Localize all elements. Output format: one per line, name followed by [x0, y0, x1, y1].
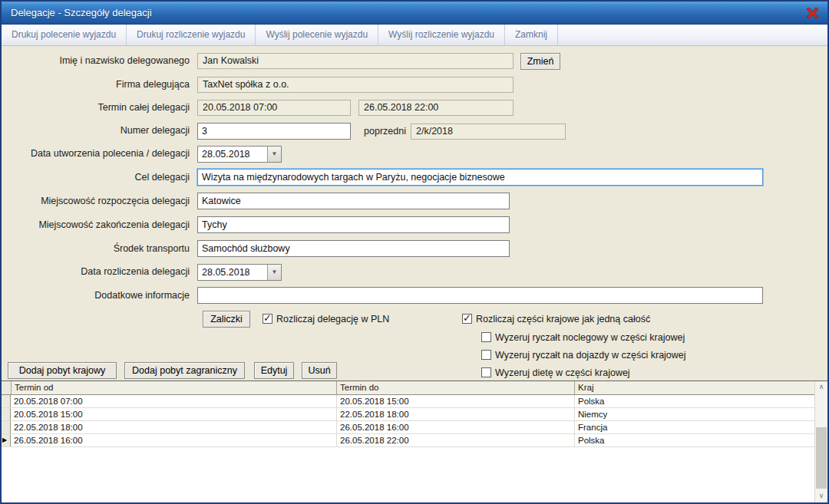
- row-selector[interactable]: [2, 395, 11, 407]
- chevron-down-icon[interactable]: ▼: [267, 147, 281, 162]
- cell-termin-od: 26.05.2018 16:00: [11, 434, 336, 446]
- row-selector-current[interactable]: [2, 434, 11, 446]
- toolbar-print-order-button[interactable]: Drukuj polecenie wyjazdu: [2, 25, 127, 45]
- toolbar-send-settlement-button[interactable]: Wyślij rozliczenie wyjazdu: [378, 25, 505, 45]
- start-city-label: Miejscowość rozpoczęcia delegacji: [2, 193, 190, 209]
- cell-termin-od: 22.05.2018 18:00: [11, 421, 336, 433]
- scroll-down-icon[interactable]: ∨: [815, 490, 827, 502]
- transport-label: Środek transportu: [2, 241, 190, 257]
- window-title: Delegacje - Szczegóły delegacji: [11, 2, 152, 24]
- zero-diet-checkbox-row: Wyzeruj dietę w części krajowej: [481, 367, 727, 379]
- scroll-up-icon[interactable]: ∧: [815, 381, 827, 394]
- table-header: Termin od Termin do Kraj: [2, 381, 827, 395]
- zero-lodging-checkbox-label: Wyzeruj ryczałt noclegowy w części krajo…: [495, 331, 685, 344]
- toolbar-close-button[interactable]: Zamknij: [505, 25, 558, 45]
- delegate-name-field: Jan Kowalski: [197, 53, 514, 69]
- row-selector[interactable]: [2, 421, 11, 433]
- zero-commute-checkbox-row: Wyzeruj ryczałt na dojazdy w części kraj…: [481, 349, 727, 361]
- zero-lodging-checkbox[interactable]: [481, 332, 491, 342]
- settlement-date-value: 28.05.2018: [202, 265, 250, 280]
- toolbar-send-order-button[interactable]: Wyślij polecenie wyjazdu: [256, 25, 378, 45]
- term-to-field: 26.05.2018 22:00: [358, 100, 514, 116]
- cell-kraj: Polska: [574, 434, 814, 446]
- creation-date-label: Data utworzenia polecenia / delegacji: [2, 146, 190, 162]
- delegation-details-window: Delegacje - Szczegóły delegacji Drukuj p…: [0, 0, 829, 504]
- cell-kraj: Niemcy: [574, 408, 814, 420]
- term-from-field: 20.05.2018 07:00: [197, 100, 351, 116]
- additional-info-label: Dodatkowe informacje: [2, 288, 190, 304]
- creation-date-value: 28.05.2018: [202, 147, 250, 162]
- change-delegate-button[interactable]: Zmień: [520, 53, 560, 70]
- column-header-termin-do[interactable]: Termin do: [336, 381, 574, 394]
- title-bar: Delegacje - Szczegóły delegacji: [2, 2, 827, 25]
- add-domestic-stay-button[interactable]: Dodaj pobyt krajowy: [8, 362, 117, 379]
- company-label: Firma delegująca: [2, 77, 190, 93]
- zero-lodging-checkbox-row: Wyzeruj ryczałt noclegowy w części krajo…: [481, 331, 727, 344]
- column-header-kraj[interactable]: Kraj: [574, 381, 814, 394]
- pln-checkbox[interactable]: [263, 314, 272, 324]
- previous-number-field: 2/k/2018: [411, 124, 566, 140]
- cell-termin-do: 26.05.2018 16:00: [336, 421, 574, 433]
- zero-commute-checkbox-label: Wyzeruj ryczałt na dojazdy w części kraj…: [495, 349, 686, 361]
- vertical-scrollbar[interactable]: ∧ ∨: [814, 381, 827, 502]
- cell-kraj: Francja: [574, 421, 814, 433]
- start-city-input[interactable]: [197, 193, 510, 209]
- whole-domestic-checkbox-label: Rozliczaj części krajowe jak jedną całoś…: [476, 313, 650, 325]
- whole-domestic-checkbox-row: Rozliczaj części krajowe jak jedną całoś…: [462, 313, 708, 325]
- add-foreign-stay-button[interactable]: Dodaj pobyt zagraniczny: [124, 362, 245, 379]
- close-icon[interactable]: [804, 5, 820, 21]
- cell-termin-do: 20.05.2018 15:00: [336, 395, 574, 407]
- transport-input[interactable]: [197, 240, 510, 257]
- cell-termin-od: 20.05.2018 07:00: [11, 395, 336, 407]
- purpose-label: Cel delegacji: [2, 170, 190, 186]
- stays-table: Termin od Termin do Kraj 20.05.2018 07:0…: [2, 380, 827, 502]
- end-city-input[interactable]: [197, 216, 510, 233]
- whole-domestic-checkbox[interactable]: [462, 314, 472, 324]
- term-label: Termin całej delegacji: [2, 100, 190, 116]
- toolbar: Drukuj polecenie wyjazdu Drukuj rozlicze…: [2, 25, 827, 46]
- table-row[interactable]: 20.05.2018 07:00 20.05.2018 15:00 Polska: [2, 395, 827, 408]
- delegate-name-label: Imię i nazwisko delegowanego: [2, 53, 190, 69]
- additional-info-input[interactable]: [197, 287, 763, 304]
- table-row[interactable]: 20.05.2018 15:00 22.05.2018 18:00 Niemcy: [2, 408, 827, 421]
- cell-termin-do: 22.05.2018 18:00: [336, 408, 574, 420]
- table-row[interactable]: 26.05.2018 16:00 26.05.2018 22:00 Polska: [2, 434, 827, 447]
- settlement-date-label: Data rozliczenia delegacji: [2, 264, 190, 280]
- edit-stay-button[interactable]: Edytuj: [254, 362, 294, 379]
- table-row[interactable]: 22.05.2018 18:00 26.05.2018 16:00 Francj…: [2, 421, 827, 434]
- creation-date-select[interactable]: 28.05.2018 ▼: [197, 146, 282, 163]
- row-selector[interactable]: [2, 408, 11, 420]
- previous-number-label: poprzedni: [218, 124, 406, 140]
- delete-stay-button[interactable]: Usuń: [302, 362, 337, 379]
- zero-diet-checkbox[interactable]: [481, 367, 491, 377]
- purpose-input[interactable]: [197, 169, 763, 186]
- settlement-date-select[interactable]: 28.05.2018 ▼: [197, 264, 282, 281]
- toolbar-print-settlement-button[interactable]: Drukuj rozliczenie wyjazdu: [127, 25, 256, 45]
- cell-kraj: Polska: [574, 395, 814, 407]
- cell-termin-od: 20.05.2018 15:00: [11, 408, 336, 420]
- end-city-label: Miejscowość zakończenia delegacji: [2, 217, 190, 233]
- number-label: Numer delegacji: [2, 123, 190, 139]
- advances-button[interactable]: Zaliczki: [203, 311, 250, 328]
- zero-commute-checkbox[interactable]: [481, 350, 491, 360]
- pln-checkbox-row: Rozliczaj delegację w PLN: [263, 313, 454, 325]
- selector-header-cell: [2, 381, 11, 394]
- scrollbar-thumb[interactable]: [816, 427, 827, 489]
- pln-checkbox-label: Rozliczaj delegację w PLN: [276, 313, 389, 325]
- cell-termin-do: 26.05.2018 22:00: [336, 434, 574, 446]
- company-field: TaxNet spółka z o.o.: [197, 77, 514, 93]
- column-header-termin-od[interactable]: Termin od: [11, 381, 336, 394]
- form-area: Imię i nazwisko delegowanego Jan Kowalsk…: [2, 46, 827, 502]
- zero-diet-checkbox-label: Wyzeruj dietę w części krajowej: [495, 367, 630, 379]
- chevron-down-icon[interactable]: ▼: [267, 265, 281, 280]
